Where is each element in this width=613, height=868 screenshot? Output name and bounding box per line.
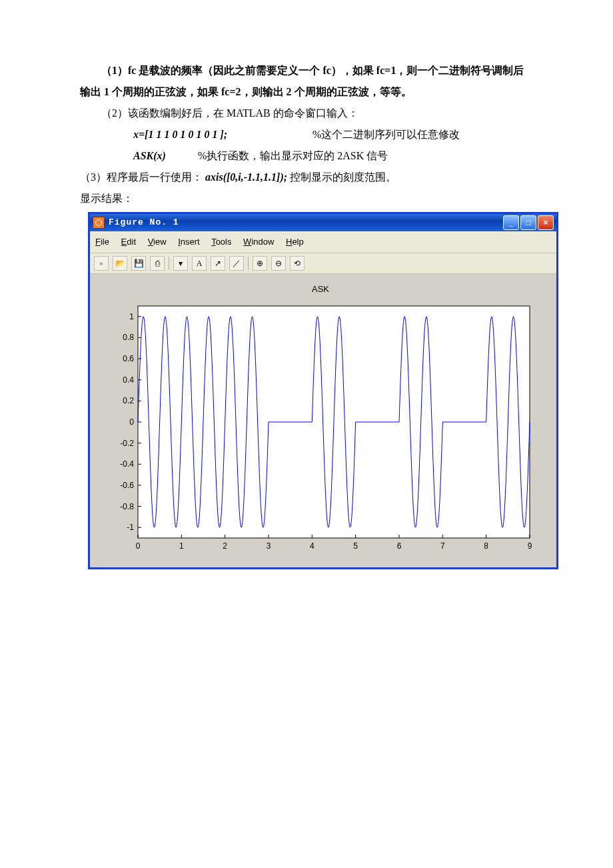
minimize-button[interactable]: _ [503,215,519,230]
plot-area: ASK 0123456789-1-0.8-0.6-0.4-0.200.20.40… [90,274,556,567]
svg-text:-1: -1 [127,523,134,532]
zoom-out-icon[interactable]: ⊖ [271,256,286,271]
svg-text:7: 7 [440,541,445,551]
toolbar: ▫ 📂 💾 ⎙ ▾ A ↗ ／ ⊕ ⊖ ⟲ [90,253,556,274]
svg-text:4: 4 [310,541,314,551]
code-1: x=[1 1 1 0 1 0 1 0 1 ]; [133,129,227,140]
code-1-comment: %这个二进制序列可以任意修改 [312,129,460,140]
rotate-icon[interactable]: ⟲ [290,256,305,271]
open-icon[interactable]: 📂 [113,256,127,271]
window-controls: _ □ × [503,215,554,230]
toolbar-separator-2 [248,257,249,270]
svg-text:0: 0 [136,541,141,551]
close-button[interactable]: × [538,215,554,230]
svg-text:0.8: 0.8 [123,333,134,342]
line-icon[interactable]: ／ [229,256,244,271]
menu-file[interactable]: File [95,237,109,247]
code-2: ASK(x) [133,150,166,161]
menu-view[interactable]: View [148,237,167,247]
svg-text:1: 1 [179,541,184,551]
zoom-in-icon[interactable]: ⊕ [253,256,267,271]
menu-window[interactable]: Window [243,237,274,247]
paragraph-1: （1）fc 是载波的频率（因此之前需要定义一个 fc），如果 fc=1，则一个二… [80,60,533,103]
menu-help[interactable]: Help [286,237,304,247]
code-line-1: x=[1 1 1 0 1 0 1 0 1 ]; %这个二进制序列可以任意修改 [80,124,533,145]
p3-prefix: （3）程序最后一行使用： [80,171,205,183]
paragraph-3: （3）程序最后一行使用： axis([0,i,-1.1,1.1]); 控制显示的… [80,167,533,188]
svg-text:6: 6 [397,541,402,551]
menu-edit[interactable]: Edit [121,237,136,247]
svg-text:9: 9 [528,541,532,551]
paragraph-4: 显示结果： [80,188,533,209]
svg-text:0.4: 0.4 [123,375,134,385]
code-line-2: ASK(x) %执行函数，输出显示对应的 2ASK 信号 [80,145,533,167]
arrow-icon[interactable]: ↗ [211,256,225,271]
paragraph-2: （2）该函数编制好后，在 MATLAB 的命令窗口输入： [80,103,533,124]
svg-text:-0.8: -0.8 [120,502,134,511]
p3-code: axis([0,i,-1.1,1.1]); [205,171,287,183]
text-icon[interactable]: A [192,256,207,271]
print-icon[interactable]: ⎙ [150,256,165,271]
p3-suffix: 控制显示的刻度范围。 [290,171,396,183]
chart[interactable]: 0123456789-1-0.8-0.6-0.4-0.200.20.40.60.… [105,299,536,558]
svg-text:-0.4: -0.4 [120,459,134,469]
svg-text:1: 1 [129,312,134,321]
svg-text:0: 0 [129,417,134,427]
menu-insert[interactable]: Insert [178,237,200,247]
svg-text:8: 8 [484,541,488,551]
svg-text:5: 5 [353,541,358,551]
svg-text:2: 2 [223,541,227,551]
window-title: Figure No. 1 [109,214,503,231]
chart-title: ASK [97,281,544,298]
menu-tools[interactable]: Tools [211,237,231,247]
maximize-button[interactable]: □ [520,215,536,230]
svg-text:0.2: 0.2 [123,396,134,405]
matlab-icon [93,217,105,229]
toolbar-separator [169,257,169,270]
window-titlebar[interactable]: Figure No. 1 _ □ × [90,214,556,231]
svg-text:3: 3 [267,541,271,551]
menubar: File Edit View Insert Tools Window Help [90,231,556,253]
save-icon[interactable]: 💾 [131,256,146,271]
svg-text:0.6: 0.6 [123,354,134,363]
svg-text:-0.2: -0.2 [120,439,134,448]
code-2-comment: %执行函数，输出显示对应的 2ASK 信号 [198,150,388,161]
matlab-figure-window: Figure No. 1 _ □ × File Edit View Insert… [88,212,558,569]
new-icon[interactable]: ▫ [94,256,109,271]
svg-text:-0.6: -0.6 [120,481,134,490]
document-page: （1）fc 是载波的频率（因此之前需要定义一个 fc），如果 fc=1，则一个二… [0,0,613,609]
pointer-icon[interactable]: ▾ [173,256,188,271]
